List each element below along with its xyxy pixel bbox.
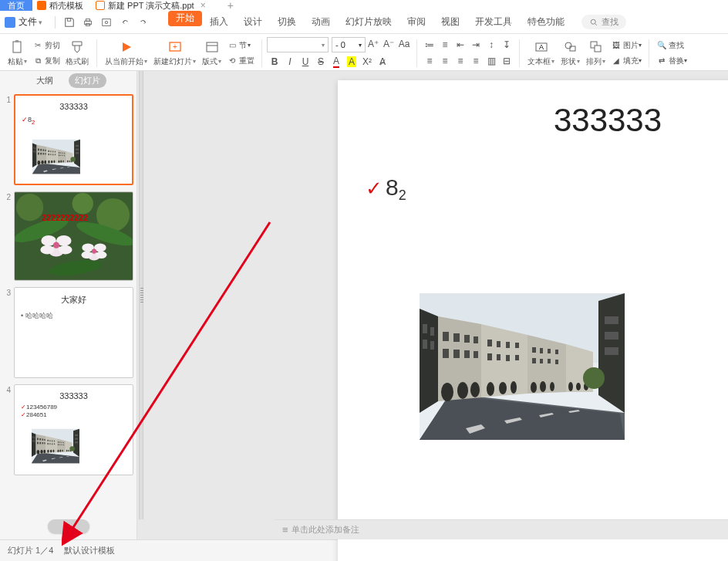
format-painter-button[interactable]: 格式刷 — [66, 36, 89, 70]
ribbon-tab-features[interactable]: 特色功能 — [520, 11, 572, 34]
strike-icon[interactable]: S — [314, 55, 328, 69]
increase-font-icon[interactable]: A⁺ — [366, 37, 380, 51]
align-left-icon[interactable]: ≡ — [423, 54, 436, 68]
thumb-number: 4 — [3, 384, 11, 475]
svg-rect-98 — [595, 46, 601, 52]
notes-placeholder: 单击此处添加备注 — [292, 524, 359, 536]
new-slide-icon: + — [167, 39, 183, 55]
replace-button[interactable]: ⇄替换▾ — [656, 53, 687, 69]
svg-point-95 — [565, 42, 571, 49]
arrange-button[interactable]: 排列▾ — [586, 36, 605, 70]
text-direction-icon[interactable]: ↧ — [500, 38, 514, 52]
find-button[interactable]: 🔍查找 — [656, 38, 687, 53]
notes-bar[interactable]: ≡ 单击此处添加备注 — [275, 519, 728, 539]
ribbon-tab-view[interactable]: 视图 — [433, 11, 467, 34]
section-button[interactable]: ▭节▾ — [227, 38, 254, 53]
bold-icon[interactable]: B — [268, 55, 281, 69]
indent-inc-icon[interactable]: ⇥ — [469, 38, 483, 52]
svg-rect-82 — [103, 19, 111, 25]
superscript-icon[interactable]: X² — [360, 55, 374, 69]
thumbnail-1[interactable]: 333333 ✓82 — [14, 94, 133, 185]
status-template: 默认设计模板 — [64, 545, 115, 556]
line-spacing-icon[interactable]: ↕ — [484, 38, 498, 52]
align-right-icon[interactable]: ≡ — [453, 54, 467, 68]
fill-button[interactable]: ◢填充▾ — [611, 53, 642, 69]
textbox-icon: A — [534, 39, 549, 55]
ribbon-tab-design[interactable]: 设计 — [236, 11, 270, 34]
font-size-select[interactable]: - 0▾ — [332, 37, 366, 52]
preview-icon[interactable] — [99, 15, 113, 29]
redo-icon[interactable] — [136, 15, 150, 29]
font-color-icon[interactable]: A — [329, 55, 343, 69]
thumbnail-4[interactable]: 333333 ✓123456789 ✓284651 — [14, 384, 133, 475]
textbox-button[interactable]: A 文本框▾ — [527, 36, 554, 70]
ribbon-tab-insert[interactable]: 插入 — [202, 11, 236, 34]
thumb-title: 333333 — [15, 102, 132, 111]
app-menu-icon[interactable] — [5, 17, 15, 28]
thumb-title: 333333 — [15, 391, 133, 400]
search-box[interactable]: 查找 — [581, 15, 626, 29]
svg-rect-80 — [86, 19, 89, 21]
reset-button[interactable]: ⟲重置 — [227, 53, 254, 69]
from-beginning-button[interactable]: 从当前开始▾ — [105, 36, 147, 70]
ribbon-tab-dev[interactable]: 开发工具 — [467, 11, 520, 34]
slide-image[interactable] — [420, 293, 625, 440]
new-slide-button[interactable]: + 新建幻灯片▾ — [153, 36, 196, 70]
copy-button[interactable]: ⧉复制 — [32, 53, 60, 69]
panel-tab-outline[interactable]: 大纲 — [30, 73, 59, 88]
save-icon[interactable] — [62, 15, 76, 29]
search-label: 查找 — [602, 16, 618, 28]
change-case-icon[interactable]: Aa — [397, 37, 411, 51]
ribbon-tab-transition[interactable]: 切换 — [270, 11, 304, 34]
numbering-icon[interactable]: ≡ — [438, 38, 452, 52]
app-tabs-bar: 首页 稻壳模板 新建 PPT 演示文稿.ppt × + — [0, 0, 728, 11]
picture-button[interactable]: 🖼图片▾ — [611, 38, 642, 53]
shapes-button[interactable]: 形状▾ — [561, 36, 580, 70]
highlight-icon[interactable]: A — [345, 55, 359, 69]
thumb-title: 大家好 — [15, 294, 133, 306]
align-center-icon[interactable]: ≡ — [438, 54, 452, 68]
paste-button[interactable]: 粘贴▾ — [8, 36, 27, 70]
font-family-select[interactable]: ▾ — [267, 37, 329, 52]
file-menu[interactable]: 文件 ▾ — [19, 15, 42, 29]
panel-resizer[interactable] — [139, 71, 143, 519]
slide-bullet-1[interactable]: ✓ 82 — [366, 174, 406, 201]
tab-daoke-label: 稻壳模板 — [49, 0, 83, 12]
layout-button[interactable]: 版式▾ — [202, 36, 221, 70]
slide-canvas[interactable]: 333333 ✓ 82 — [338, 80, 728, 561]
thumbnail-3[interactable]: 大家好 • 哈哈哈哈 — [14, 287, 133, 378]
cut-button[interactable]: ✂剪切 — [32, 38, 60, 53]
status-page: 幻灯片 1／4 — [8, 545, 53, 556]
ribbon-tab-review[interactable]: 审阅 — [399, 11, 433, 34]
tab-document[interactable]: 新建 PPT 演示文稿.ppt × — [91, 0, 214, 11]
ribbon-tab-slideshow[interactable]: 幻灯片放映 — [338, 11, 399, 34]
ribbon-tab-animation[interactable]: 动画 — [304, 11, 338, 34]
thumb-number: 3 — [3, 287, 11, 378]
align-justify-icon[interactable]: ≡ — [469, 54, 483, 68]
italic-icon[interactable]: I — [283, 55, 297, 69]
indent-dec-icon[interactable]: ⇤ — [453, 38, 467, 52]
thumbnail-2[interactable] — [14, 191, 133, 281]
bullets-icon[interactable]: ≔ — [423, 38, 436, 52]
chevron-down-icon: ▾ — [39, 19, 42, 26]
columns-icon[interactable]: ▥ — [484, 54, 498, 68]
decrease-font-icon[interactable]: A⁻ — [382, 37, 396, 51]
tab-close-icon[interactable]: × — [201, 0, 206, 11]
replace-icon: ⇄ — [656, 56, 667, 66]
thumbnail-row: 4 333333 ✓123456789 ✓284651 — [3, 384, 133, 475]
print-icon[interactable] — [81, 15, 95, 29]
tab-daoke[interactable]: 稻壳模板 — [32, 0, 91, 11]
thumb-image — [32, 428, 79, 464]
undo-icon[interactable] — [118, 15, 132, 29]
align-text-icon[interactable]: ⊟ — [500, 54, 514, 68]
underline-icon[interactable]: U — [298, 55, 312, 69]
clear-format-icon[interactable]: A̷ — [376, 55, 389, 69]
slide-panel: 大纲 幻灯片 1 333333 ✓82 2 — [0, 71, 137, 539]
add-slide-button[interactable] — [48, 519, 89, 533]
panel-tab-slides[interactable]: 幻灯片 — [69, 73, 106, 88]
picture-icon: 🖼 — [611, 40, 622, 51]
tab-home[interactable]: 首页 — [0, 0, 32, 11]
ribbon-tab-start[interactable]: 开始 — [168, 11, 202, 26]
slide-title[interactable]: 333333 — [338, 102, 728, 139]
svg-text:A: A — [538, 43, 543, 51]
